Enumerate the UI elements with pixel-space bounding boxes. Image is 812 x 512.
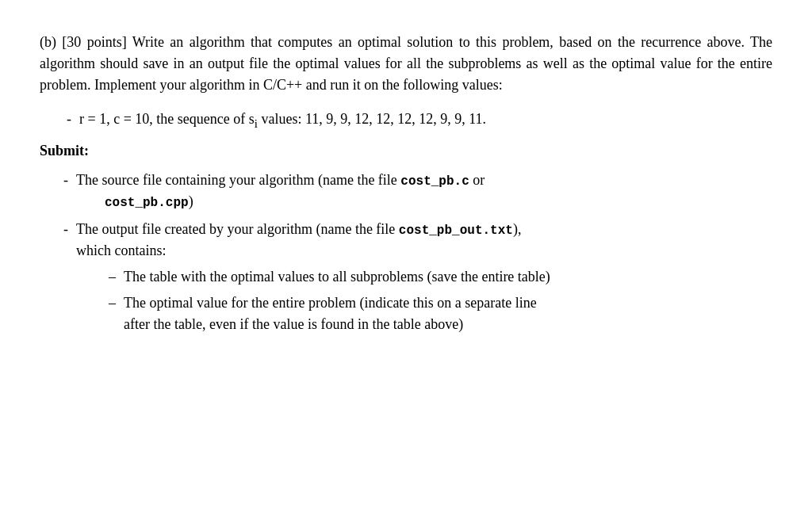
source-file-text-or: or	[469, 172, 485, 188]
values-bullet: - r = 1, c = 10, the sequence of si valu…	[40, 109, 772, 132]
code-cost-pb-c: cost_pb.c	[400, 174, 469, 189]
output-file-text-before: The output file created by your algorith…	[76, 221, 399, 237]
sub-items-list: – The table with the optimal values to a…	[76, 266, 772, 335]
values-content: r = 1, c = 10, the sequence of si values…	[79, 109, 772, 132]
values-text-r: r = 1, c = 10, the sequence of si values…	[79, 111, 486, 127]
sub-item-2: – The optimal value for the entire probl…	[100, 292, 772, 335]
part-b-paragraph: (b) [30 points] Write an algorithm that …	[40, 32, 772, 96]
submit-content-2: The output file created by your algorith…	[76, 219, 772, 340]
main-content: (b) [30 points] Write an algorithm that …	[40, 32, 772, 340]
submit-content-1: The source file containing your algorith…	[76, 170, 772, 212]
submit-item-1: - The source file containing your algori…	[48, 170, 772, 212]
close-paren-1: )	[189, 193, 193, 209]
submit-dash-1: -	[48, 170, 76, 191]
source-file-continuation: cost_pb.cpp)	[76, 193, 193, 209]
sub-item-1: – The table with the optimal values to a…	[100, 266, 772, 288]
sub-dash-1: –	[100, 266, 124, 288]
submit-items-list: - The source file containing your algori…	[40, 170, 772, 340]
sub-content-2: The optimal value for the entire problem…	[124, 292, 772, 335]
source-file-text-before: The source file containing your algorith…	[76, 172, 400, 188]
submit-label: Submit:	[40, 140, 772, 162]
submit-item-2: - The output file created by your algori…	[48, 219, 772, 340]
submit-dash-2: -	[48, 219, 76, 240]
code-cost-pb-out: cost_pb_out.txt	[399, 224, 513, 238]
sub-dash-2: –	[100, 292, 124, 314]
bullet-dash-1: -	[56, 109, 79, 130]
code-cost-pb-cpp: cost_pb.cpp	[105, 196, 189, 210]
which-contains-text: which contains:	[76, 243, 166, 258]
output-file-text-after: ),	[513, 221, 522, 237]
sub-content-1: The table with the optimal values to all…	[124, 266, 772, 288]
